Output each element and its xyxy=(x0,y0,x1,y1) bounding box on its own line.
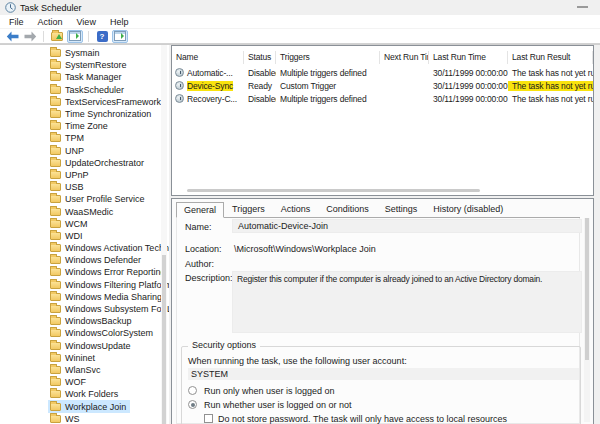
checkbox-do-not-store-password-label: Do not store password. The task will onl… xyxy=(218,414,507,424)
checkbox-do-not-store-password[interactable] xyxy=(204,414,213,423)
folder-icon xyxy=(50,208,61,216)
tree-item-work-folders[interactable]: Work Folders xyxy=(48,388,122,400)
back-button[interactable] xyxy=(4,30,20,43)
tree-item-windows-error-reporting[interactable]: Windows Error Reporting xyxy=(48,266,169,278)
tree-item-wof[interactable]: WOF xyxy=(48,376,90,388)
tree-item-windows-subsystem-for-linux[interactable]: Windows Subsystem For Li xyxy=(48,303,169,315)
name-field: Automatic-Device-Join xyxy=(232,219,582,233)
tree-item-taskscheduler[interactable]: TaskScheduler xyxy=(48,84,128,96)
details-scrollbar-thumb[interactable] xyxy=(585,218,589,360)
menu-bar: File Action View Help xyxy=(0,15,600,29)
tree-item-user-profile-service[interactable]: User Profile Service xyxy=(48,193,149,205)
tab-conditions[interactable]: Conditions xyxy=(318,201,377,217)
cell-name: Device-Sync xyxy=(172,81,244,91)
description-label: Description: xyxy=(185,273,233,283)
details-scrollbar[interactable] xyxy=(584,218,590,422)
task-clock-icon xyxy=(175,81,184,90)
window-title: Task Scheduler xyxy=(20,3,82,13)
menu-help[interactable]: Help xyxy=(103,16,136,28)
folder-icon xyxy=(50,317,61,325)
column-header-last-run-result[interactable]: Last Run Result xyxy=(508,51,593,64)
tree-item-waasmedic[interactable]: WaaSMedic xyxy=(48,205,117,217)
folder-icon xyxy=(50,354,61,362)
radio-run-only-when-logged-on-label: Run only when user is logged on xyxy=(204,386,335,396)
menu-action[interactable]: Action xyxy=(31,16,70,28)
tab-general[interactable]: General xyxy=(176,202,224,218)
tree-item-task-manager[interactable]: Task Manager xyxy=(48,71,126,83)
tree-item-windowsbackup[interactable]: WindowsBackup xyxy=(48,315,136,327)
console-tree-toggle-button[interactable] xyxy=(67,30,83,43)
tree-item-sysmain[interactable]: Sysmain xyxy=(48,47,104,59)
cell-status: Disabled xyxy=(244,68,276,78)
help-icon: ? xyxy=(97,31,108,42)
folder-icon xyxy=(50,256,61,264)
tree-scrollbar-thumb[interactable] xyxy=(162,255,166,424)
tree-item-textservicesframework[interactable]: TextServicesFramework xyxy=(48,96,165,108)
up-level-icon xyxy=(51,32,63,41)
folder-icon xyxy=(50,73,61,81)
task-clock-icon xyxy=(175,68,184,77)
tree-item-windows-filtering-platform[interactable]: Windows Filtering Platform xyxy=(48,279,169,291)
cell-last-run-time: 30/11/1999 00:00:00 xyxy=(429,81,508,91)
tab-actions[interactable]: Actions xyxy=(273,201,319,217)
action-pane-toggle-icon xyxy=(114,31,126,41)
task-row-automatic-device-join[interactable]: Automatic-... Disabled Multiple triggers… xyxy=(172,66,593,79)
tree-item-windows-defender[interactable]: Windows Defender xyxy=(48,254,145,266)
tree-item-windows-activation[interactable]: Windows Activation Techno xyxy=(48,242,169,254)
tab-history[interactable]: History (disabled) xyxy=(425,201,511,217)
menu-file[interactable]: File xyxy=(2,16,31,28)
column-header-last-run-time[interactable]: Last Run Time xyxy=(429,51,508,64)
tree-item-time-synchronization[interactable]: Time Synchronization xyxy=(48,108,155,120)
user-account-field: SYSTEM xyxy=(188,368,579,380)
radio-run-whether-logged-on-or-not[interactable] xyxy=(188,400,197,409)
task-row-device-sync[interactable]: Device-Sync Ready Custom Trigger 30/11/1… xyxy=(172,79,593,92)
task-clock-icon xyxy=(175,94,184,103)
tree-item-upnp[interactable]: UPnP xyxy=(48,169,93,181)
folder-icon xyxy=(50,220,61,228)
minimize-button[interactable] xyxy=(577,6,588,8)
tree-item-windows-media-sharing[interactable]: Windows Media Sharing xyxy=(48,291,166,303)
up-level-button[interactable] xyxy=(49,30,65,43)
name-label: Name: xyxy=(185,222,212,232)
tree-scrollbar[interactable] xyxy=(161,45,167,424)
menu-view[interactable]: View xyxy=(70,16,103,28)
tab-settings[interactable]: Settings xyxy=(377,201,426,217)
column-header-triggers[interactable]: Triggers xyxy=(276,51,380,64)
tree-item-windowscolorsystem[interactable]: WindowsColorSystem xyxy=(48,327,157,339)
forward-button[interactable] xyxy=(22,30,38,43)
help-button[interactable]: ? xyxy=(94,30,110,43)
tree-item-wdi[interactable]: WDI xyxy=(48,230,87,242)
radio-run-only-when-logged-on[interactable] xyxy=(188,386,197,395)
task-scheduler-window: Task Scheduler File Action View Help ? S… xyxy=(0,0,600,424)
folder-icon xyxy=(50,98,61,106)
tree-item-windowsupdate[interactable]: WindowsUpdate xyxy=(48,340,135,352)
tree-item-workplace-join[interactable]: Workplace Join xyxy=(48,400,130,412)
folder-icon xyxy=(50,378,61,386)
horizontal-scrollbar-thumb[interactable] xyxy=(187,189,480,192)
tab-bar: General Triggers Actions Conditions Sett… xyxy=(176,202,580,218)
column-header-next-run-time[interactable]: Next Run Time xyxy=(380,51,429,64)
folder-icon xyxy=(50,171,61,179)
tree-item-wininet[interactable]: Wininet xyxy=(48,352,99,364)
tree-item-time-zone[interactable]: Time Zone xyxy=(48,120,112,132)
action-pane-toggle-button[interactable] xyxy=(112,30,128,43)
tree-item-tpm[interactable]: TPM xyxy=(48,132,88,144)
column-header-status[interactable]: Status xyxy=(244,51,276,64)
tree-item-wlansvc[interactable]: WlanSvc xyxy=(48,364,105,376)
console-tree-panel: Sysmain SystemRestore Task Manager TaskS… xyxy=(0,45,169,424)
task-details-panel: General Triggers Actions Conditions Sett… xyxy=(171,198,594,424)
tree-item-usb[interactable]: USB xyxy=(48,181,88,193)
task-row-recovery-check[interactable]: Recovery-C... Disabled Multiple triggers… xyxy=(172,92,593,105)
folder-icon xyxy=(50,232,61,240)
tree-item-unp[interactable]: UNP xyxy=(48,145,88,157)
tree-item-updateorchestrator[interactable]: UpdateOrchestrator xyxy=(48,157,148,169)
folder-icon xyxy=(50,305,61,313)
column-header-name[interactable]: Name xyxy=(172,51,244,64)
folder-icon xyxy=(50,183,61,191)
tree-item-systemrestore[interactable]: SystemRestore xyxy=(48,59,131,71)
folder-icon xyxy=(50,134,61,142)
back-icon xyxy=(6,31,19,42)
tab-triggers[interactable]: Triggers xyxy=(224,201,273,217)
tree-item-wcm[interactable]: WCM xyxy=(48,218,92,230)
tree-item-ws[interactable]: WS xyxy=(48,413,84,424)
